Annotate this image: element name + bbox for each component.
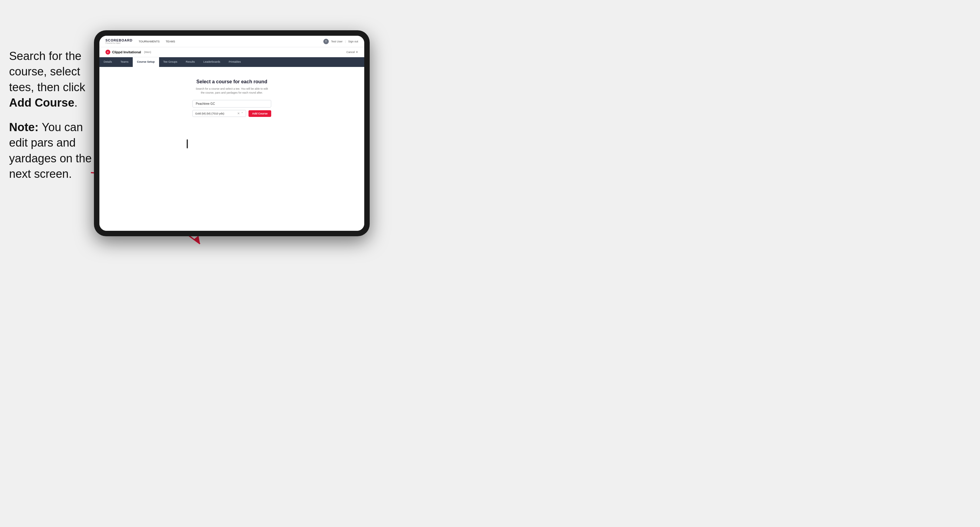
tee-select-row: Gold (M) (M) (7010 yds) ✕ ⌃ Add Course [192, 110, 271, 117]
tee-clear-icon[interactable]: ✕ [237, 112, 240, 115]
top-nav-left: SCOREBOARD Powered by clippd TOURNAMENTS… [105, 39, 175, 44]
tournament-title-row: C Clippd Invitational (Men) [105, 50, 151, 54]
clippd-icon: C [105, 50, 110, 54]
main-content: Select a course for each round Search fo… [99, 67, 364, 231]
tab-leaderboards[interactable]: Leaderboards [199, 57, 224, 67]
annotation-note-label: Note: [9, 121, 42, 133]
annotation-line1: Search for the course, select tees, then… [9, 50, 85, 94]
tournament-name: Clippd Invitational [112, 50, 141, 54]
tee-chevron-icon[interactable]: ⌃ [241, 112, 243, 115]
logo-text: SCOREBOARD [105, 39, 132, 42]
tee-select[interactable]: Gold (M) (M) (7010 yds) ✕ ⌃ [192, 110, 246, 117]
tablet-side-button [187, 139, 188, 148]
tab-results[interactable]: Results [181, 57, 199, 67]
add-course-button[interactable]: Add Course [248, 110, 271, 117]
tablet-frame: SCOREBOARD Powered by clippd TOURNAMENTS… [94, 30, 370, 236]
tee-select-value: Gold (M) (M) (7010 yds) [195, 112, 224, 115]
tournament-meta: (Men) [144, 51, 151, 54]
top-nav-right: T Test User | Sign out [323, 39, 358, 44]
nav-teams[interactable]: TEAMS [166, 40, 175, 43]
logo-sub: Powered by clippd [105, 42, 132, 44]
tab-printables[interactable]: Printables [224, 57, 245, 67]
tab-bar: Details Teams Course Setup Tee Groups Re… [99, 57, 364, 67]
tab-details[interactable]: Details [99, 57, 116, 67]
annotation-bold: Add Course [9, 96, 74, 109]
logo-area: SCOREBOARD Powered by clippd [105, 39, 132, 44]
nav-tournaments[interactable]: TOURNAMENTS [138, 40, 159, 43]
user-avatar: T [323, 39, 329, 44]
tab-teams[interactable]: Teams [116, 57, 133, 67]
top-nav: SCOREBOARD Powered by clippd TOURNAMENTS… [99, 36, 364, 47]
svg-marker-0 [194, 236, 200, 244]
course-search-input[interactable] [192, 100, 271, 108]
sign-out-link[interactable]: Sign out [348, 40, 358, 43]
annotation-text: Search for the course, select tees, then… [9, 48, 94, 191]
section-title: Select a course for each round [196, 79, 267, 84]
tab-tee-groups[interactable]: Tee Groups [159, 57, 182, 67]
tee-select-controls: ✕ ⌃ [237, 112, 243, 115]
cancel-button[interactable]: Cancel ✕ [346, 51, 358, 54]
tab-course-setup[interactable]: Course Setup [133, 57, 159, 67]
tournament-header: C Clippd Invitational (Men) Cancel ✕ [99, 47, 364, 57]
section-subtitle: Search for a course and select a tee. Yo… [196, 87, 268, 95]
user-name: Test User [331, 40, 343, 43]
tablet-screen: SCOREBOARD Powered by clippd TOURNAMENTS… [99, 36, 364, 231]
